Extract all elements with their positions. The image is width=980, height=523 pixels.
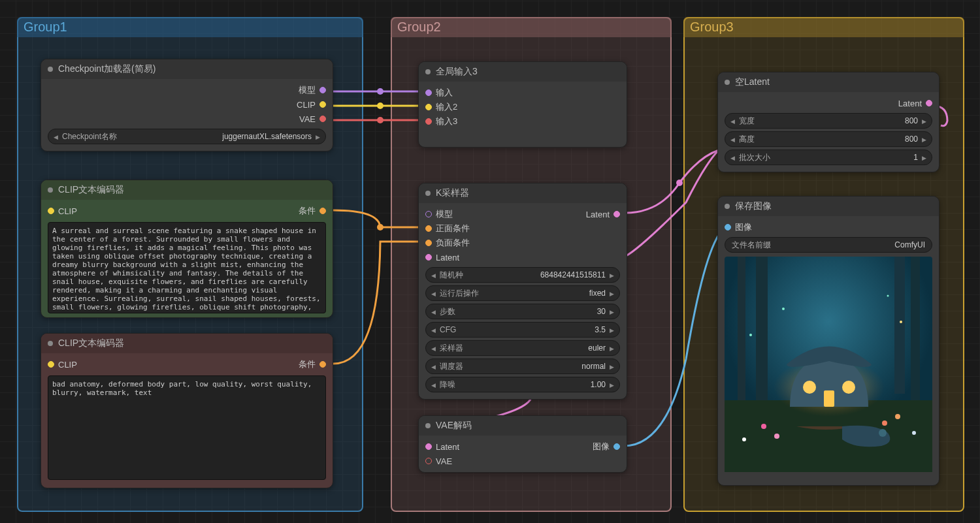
input-latent[interactable]: Latent	[419, 250, 627, 264]
port-icon[interactable]	[48, 361, 54, 368]
input-vae[interactable]: VAE	[419, 454, 627, 468]
port-icon[interactable]	[425, 225, 432, 232]
node-header[interactable]: 保存图像	[718, 197, 939, 216]
ksampler-node[interactable]: K采样器 模型 Latent 正面条件 负面条件 Latent 随机种68484…	[418, 183, 627, 400]
port-icon[interactable]	[926, 100, 932, 106]
chevron-right-icon[interactable]	[610, 343, 614, 353]
chevron-right-icon[interactable]	[610, 307, 614, 316]
node-header[interactable]: CLIP文本编码器	[41, 334, 333, 353]
input-2[interactable]: 输入2	[419, 100, 627, 114]
chevron-left-icon[interactable]	[431, 325, 436, 334]
ksampler-widget-5[interactable]: 调度器normal	[425, 358, 620, 374]
collapse-icon[interactable]	[48, 187, 53, 193]
port-icon[interactable]	[425, 89, 432, 96]
chevron-right-icon[interactable]	[610, 362, 614, 371]
ksampler-widget-1[interactable]: 运行后操作fixed	[425, 285, 620, 301]
checkpoint-name-widget[interactable]: Checkpoint名称juggernautXL.safetensors	[48, 129, 326, 144]
chevron-left-icon[interactable]	[431, 362, 436, 371]
port-icon[interactable]	[425, 458, 432, 464]
chevron-left-icon[interactable]	[431, 343, 436, 353]
empty-latent-node[interactable]: 空Latent Latent 宽度800高度800批次大小1	[717, 72, 939, 172]
save-image-node[interactable]: 保存图像 图像 文件名前缀ComfyUI	[717, 196, 939, 486]
port-icon[interactable]	[425, 240, 432, 246]
collapse-icon[interactable]	[725, 80, 730, 85]
port-icon[interactable]	[319, 208, 326, 214]
vae-decode-node[interactable]: VAE解码 Latent 图像 VAE	[418, 415, 627, 473]
node-header[interactable]: 全局输入3	[419, 62, 627, 82]
input-negative[interactable]: 负面条件	[419, 236, 627, 250]
chevron-right-icon[interactable]	[610, 289, 614, 298]
clip-negative-node[interactable]: CLIP文本编码器 CLIP 条件 bad anatomy, deformed …	[41, 333, 333, 488]
ksampler-widget-3[interactable]: CFG3.5	[425, 322, 620, 338]
global-input-node[interactable]: 全局输入3 输入 输入2 输入3	[418, 61, 627, 148]
node-header[interactable]: VAE解码	[419, 416, 627, 436]
port-icon[interactable]	[319, 116, 326, 122]
port-icon[interactable]	[425, 104, 432, 110]
port-icon[interactable]	[613, 443, 620, 450]
input-1[interactable]: 输入	[419, 86, 627, 100]
prompt-textarea[interactable]: bad anatomy, deformed body part, low qua…	[48, 375, 326, 480]
empty-latent-widget-0[interactable]: 宽度800	[725, 113, 932, 129]
chevron-right-icon[interactable]	[922, 116, 926, 125]
chevron-left-icon[interactable]	[431, 270, 436, 279]
collapse-icon[interactable]	[48, 67, 53, 72]
node-header[interactable]: CLIP文本编码器	[41, 180, 333, 200]
port-icon[interactable]	[48, 208, 54, 214]
ksampler-widget-6[interactable]: 降噪1.00	[425, 377, 620, 392]
clip-positive-node[interactable]: CLIP文本编码器 CLIP 条件 A surreal and surreal …	[41, 180, 333, 318]
node-header[interactable]: Checkpoint加载器(简易)	[41, 59, 333, 79]
port-icon[interactable]	[613, 211, 620, 217]
chevron-left-icon[interactable]	[431, 380, 436, 389]
output-vae[interactable]: VAE	[41, 112, 333, 126]
svg-point-12	[803, 381, 816, 394]
output-clip[interactable]: CLIP	[41, 97, 333, 112]
io-row: CLIP 条件	[41, 204, 333, 218]
collapse-icon[interactable]	[48, 341, 53, 346]
collapse-icon[interactable]	[425, 191, 431, 196]
svg-point-23	[895, 414, 900, 419]
checkpoint-loader-node[interactable]: Checkpoint加载器(简易) 模型 CLIP VAE Checkpoint…	[41, 59, 333, 151]
ksampler-widget-4[interactable]: 采样器euler	[425, 340, 620, 356]
output-conditioning: 条件	[299, 358, 316, 370]
output-model[interactable]: 模型	[41, 83, 333, 97]
generated-image-preview[interactable]	[725, 257, 932, 475]
ksampler-widget-2[interactable]: 步数30	[425, 304, 620, 319]
output-latent[interactable]: Latent	[718, 96, 939, 110]
chevron-left-icon[interactable]	[730, 153, 735, 162]
input-3[interactable]: 输入3	[419, 114, 627, 129]
input-image[interactable]: 图像	[718, 220, 939, 234]
node-title: 空Latent	[735, 76, 770, 88]
chevron-right-icon[interactable]	[316, 132, 320, 141]
port-icon[interactable]	[425, 211, 432, 217]
port-icon[interactable]	[725, 224, 731, 230]
chevron-left-icon[interactable]	[54, 132, 58, 141]
port-icon[interactable]	[319, 101, 326, 108]
chevron-left-icon[interactable]	[431, 289, 436, 298]
port-icon[interactable]	[425, 443, 432, 450]
chevron-right-icon[interactable]	[610, 380, 614, 389]
collapse-icon[interactable]	[425, 69, 431, 74]
port-icon[interactable]	[319, 361, 326, 368]
node-header[interactable]: 空Latent	[718, 72, 939, 92]
collapse-icon[interactable]	[425, 423, 431, 428]
chevron-right-icon[interactable]	[922, 153, 926, 162]
chevron-right-icon[interactable]	[610, 325, 614, 334]
empty-latent-widget-1[interactable]: 高度800	[725, 131, 932, 147]
svg-point-22	[882, 420, 887, 426]
input-positive[interactable]: 正面条件	[419, 221, 627, 236]
node-header[interactable]: K采样器	[419, 183, 627, 203]
ksampler-widget-0[interactable]: 随机种684842441515811	[425, 267, 620, 283]
chevron-left-icon[interactable]	[431, 307, 436, 316]
port-icon[interactable]	[425, 254, 432, 261]
port-icon[interactable]	[319, 87, 326, 93]
svg-point-13	[842, 381, 855, 394]
collapse-icon[interactable]	[725, 204, 730, 209]
chevron-left-icon[interactable]	[730, 135, 735, 144]
chevron-left-icon[interactable]	[730, 116, 735, 125]
chevron-right-icon[interactable]	[922, 135, 926, 144]
filename-prefix-widget[interactable]: 文件名前缀ComfyUI	[725, 237, 932, 253]
prompt-textarea[interactable]: A surreal and surreal scene featuring a …	[48, 222, 326, 313]
port-icon[interactable]	[425, 118, 432, 125]
empty-latent-widget-2[interactable]: 批次大小1	[725, 150, 932, 165]
chevron-right-icon[interactable]	[610, 270, 614, 279]
